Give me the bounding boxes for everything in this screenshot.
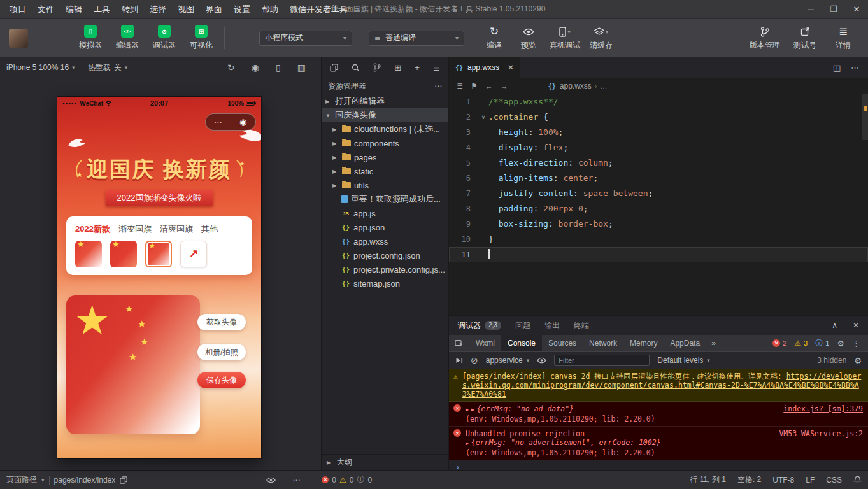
get-avatar-button[interactable]: 获取头像 bbox=[197, 314, 246, 330]
cursor-position[interactable]: 行 11, 列 1 bbox=[690, 474, 725, 485]
source-link[interactable]: VM53 WAService.js:2 bbox=[779, 429, 863, 438]
tree-file-project-private-config[interactable]: {} project.private.config.js... bbox=[322, 262, 448, 276]
tree-folder-static[interactable]: ▶ static bbox=[322, 164, 448, 178]
log-levels-select[interactable]: Default levels ▾ bbox=[657, 356, 710, 365]
code-editor[interactable]: 1/**app.wxss**/ 2∨.container { 3 height:… bbox=[449, 94, 868, 315]
menu-select[interactable]: 选择 bbox=[144, 0, 172, 18]
problems-summary[interactable]: ✕ 0 ⚠ 0 ⓘ 0 bbox=[322, 474, 372, 485]
warning-count[interactable]: ⚠3 bbox=[794, 339, 808, 348]
collapse-all-icon[interactable]: ≣ bbox=[433, 63, 440, 73]
tab-gradient-flag[interactable]: 渐变国旗 bbox=[118, 223, 152, 235]
code-line[interactable]: 6 align-items: center; bbox=[449, 171, 868, 186]
devtools-tab-network[interactable]: Network bbox=[583, 335, 623, 351]
console-sidebar-icon[interactable] bbox=[455, 357, 463, 364]
menu-settings[interactable]: 设置 bbox=[228, 0, 256, 18]
tree-file-app-wxss[interactable]: {} app.wxss bbox=[322, 234, 448, 248]
capsule-more-button[interactable]: ⋯ bbox=[206, 114, 231, 130]
menu-tools[interactable]: 工具 bbox=[88, 0, 116, 18]
devtools-tab-console[interactable]: Console bbox=[501, 335, 542, 351]
eye-icon[interactable] bbox=[266, 477, 276, 483]
error-count[interactable]: ✕2 bbox=[772, 339, 786, 347]
kebab-menu-icon[interactable]: ⋮ bbox=[852, 339, 860, 348]
devtools-tab-memory[interactable]: Memory bbox=[623, 335, 664, 351]
visualize-toggle-button[interactable]: ⊞ 可视化 bbox=[185, 25, 218, 51]
tree-folder-utils[interactable]: ▶ utils bbox=[322, 178, 448, 192]
open-editors-section[interactable]: ▶ 打开的编辑器 bbox=[322, 94, 448, 108]
more-actions-icon[interactable]: ⋯ bbox=[851, 63, 859, 73]
encoding-setting[interactable]: UTF-8 bbox=[772, 476, 794, 485]
remote-debug-button[interactable]: ▾ 真机调试 bbox=[547, 25, 583, 51]
tab-debugger[interactable]: 调试器 2,3 bbox=[458, 320, 501, 331]
devtools-tab-wxml[interactable]: Wxml bbox=[469, 335, 501, 351]
language-mode[interactable]: CSS bbox=[826, 476, 842, 485]
tab-clean-flag[interactable]: 清爽国旗 bbox=[160, 223, 193, 235]
npm-grid-icon[interactable]: ⊞ bbox=[394, 63, 401, 73]
code-line[interactable]: 8 padding: 200rpx 0; bbox=[449, 201, 868, 216]
editor-scrollbar[interactable] bbox=[862, 94, 868, 140]
flag-thumbnail[interactable]: ★ bbox=[75, 241, 102, 267]
info-count[interactable]: ⓘ1 bbox=[815, 338, 829, 349]
more-tabs-icon[interactable]: » bbox=[706, 335, 721, 351]
console-filter-input[interactable] bbox=[554, 355, 650, 366]
code-line[interactable]: 4 display: flex; bbox=[449, 140, 868, 155]
maximize-button[interactable]: ❐ bbox=[822, 0, 845, 18]
tab-output[interactable]: 输出 bbox=[544, 320, 560, 331]
more-styles-thumbnail[interactable]: ↗ bbox=[180, 241, 207, 267]
save-avatar-button[interactable]: 保存头像 bbox=[197, 372, 246, 388]
tab-app-wxss[interactable]: {} app.wxss ✕ bbox=[449, 57, 520, 78]
tab-problems[interactable]: 问题 bbox=[515, 320, 530, 331]
console-settings-icon[interactable]: ⚙ bbox=[854, 356, 862, 365]
tree-folder-pages[interactable]: ▶ pages bbox=[322, 150, 448, 164]
code-line[interactable]: 1/**app.wxss**/ bbox=[449, 94, 868, 110]
breadcrumb[interactable]: {} app.wxss › … bbox=[548, 82, 608, 90]
version-control-button[interactable]: 版本管理 bbox=[747, 25, 783, 51]
console-prompt[interactable]: › bbox=[449, 460, 868, 470]
tree-folder-components[interactable]: ▶ components bbox=[322, 136, 448, 150]
tree-file-project-config[interactable]: {} project.config.json bbox=[322, 248, 448, 262]
fold-icon[interactable]: ∨ bbox=[478, 110, 488, 125]
code-line[interactable]: 2∨.container { bbox=[449, 110, 868, 125]
tree-folder-cloudfunctions[interactable]: ▶ cloudfunctions | (未选... bbox=[322, 122, 448, 136]
clear-cache-button[interactable]: ▾ 清缓存 bbox=[585, 25, 617, 51]
nav-forward-icon[interactable]: → bbox=[501, 82, 508, 90]
tree-file-sitemap[interactable]: {} sitemap.json bbox=[322, 276, 448, 290]
code-line[interactable]: 9 box-sizing: border-box; bbox=[449, 216, 868, 232]
album-camera-button[interactable]: 相册/拍照 bbox=[197, 344, 246, 360]
search-icon[interactable] bbox=[352, 64, 360, 72]
screenshot-icon[interactable]: ▥ bbox=[297, 62, 306, 73]
flag-thumbnail[interactable]: ★ bbox=[110, 241, 137, 267]
device-select[interactable]: iPhone 5 100% 16 ▾ bbox=[6, 63, 75, 72]
minimize-button[interactable]: ─ bbox=[799, 0, 822, 18]
bookmark-icon[interactable]: ⚑ bbox=[471, 82, 478, 90]
editor-toggle-button[interactable]: </> 编辑器 bbox=[111, 25, 144, 51]
tab-terminal[interactable]: 终端 bbox=[574, 320, 589, 331]
outline-list-icon[interactable]: ≣ bbox=[457, 82, 463, 90]
source-link[interactable]: index.js? [sm]:379 bbox=[783, 404, 863, 413]
git-branch-icon[interactable] bbox=[373, 63, 381, 72]
tab-other[interactable]: 其他 bbox=[201, 223, 218, 235]
message-object[interactable]: {errMsg: "no ad data"} bbox=[477, 404, 574, 413]
project-root-section[interactable]: ▼ 国庆换头像 bbox=[322, 108, 448, 122]
devtools-tab-sources[interactable]: Sources bbox=[542, 335, 583, 351]
menu-goto[interactable]: 转到 bbox=[116, 0, 144, 18]
indentation-setting[interactable]: 空格: 2 bbox=[737, 474, 761, 485]
code-line[interactable]: 10} bbox=[449, 232, 868, 247]
code-line[interactable]: 7 justify-content: space-between; bbox=[449, 186, 868, 201]
menu-file[interactable]: 文件 bbox=[32, 0, 60, 18]
bell-icon[interactable] bbox=[853, 476, 862, 484]
tree-file-app-json[interactable]: {} app.json bbox=[322, 220, 448, 234]
outline-section[interactable]: ▶ 大纲 bbox=[322, 454, 448, 470]
devtools-settings-icon[interactable]: ⚙ bbox=[837, 339, 844, 348]
menu-devtools[interactable]: 微信开发者工具 bbox=[284, 0, 353, 18]
more-actions-icon[interactable]: ⋯ bbox=[292, 476, 300, 485]
refresh-icon[interactable]: ↻ bbox=[227, 62, 235, 73]
menu-view[interactable]: 视图 bbox=[172, 0, 200, 18]
menu-edit[interactable]: 编辑 bbox=[60, 0, 88, 18]
menu-help[interactable]: 帮助 bbox=[256, 0, 284, 18]
collapse-panel-icon[interactable]: ∧ bbox=[832, 321, 837, 330]
page-path-control[interactable]: 页面路径 ▾ pages/index/index bbox=[6, 474, 127, 485]
debugger-toggle-button[interactable]: ⊙ 调试器 bbox=[148, 25, 181, 51]
code-line-current[interactable]: 11 bbox=[449, 247, 868, 262]
compile-button[interactable]: ↻ 编译 bbox=[478, 25, 510, 51]
compile-mode-select[interactable]: ≣ 普通编译 ▾ bbox=[369, 31, 464, 46]
